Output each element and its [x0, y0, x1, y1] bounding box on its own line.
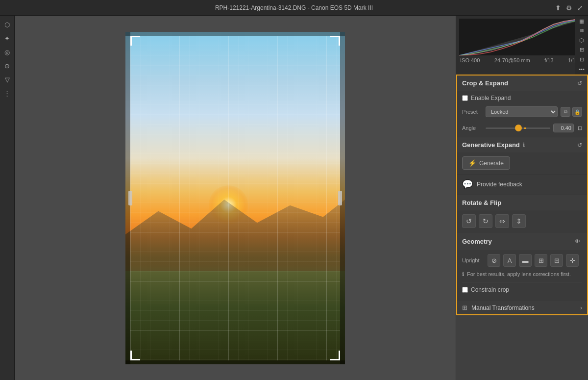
preset-label: Preset — [462, 109, 483, 115]
flip-horizontal-button[interactable]: ⇔ — [495, 214, 509, 228]
angle-slider[interactable] — [486, 127, 550, 129]
crop-grid — [130, 36, 340, 360]
canvas-area — [15, 16, 456, 380]
top-bar: RPH-121221-Argentina-3142.DNG - Canon EO… — [0, 0, 588, 16]
crop-expand-body: Enable Expand Preset Locked ⧉ 🔒 — [457, 91, 587, 137]
generative-expand-reset[interactable]: ↺ — [577, 142, 582, 149]
upright-guided-button[interactable]: ✛ — [566, 254, 579, 267]
crop-mask-top — [125, 32, 345, 36]
rotate-flip-body: ↺ ↻ ⇔ ⇕ — [457, 210, 587, 232]
geometry-eye-icon[interactable]: 👁 — [572, 236, 582, 246]
histogram-area: ISO 400 24-70@50 mm f/13 1/125s ▦ ≋ ⬡ ⊞ … — [456, 16, 588, 75]
histogram-canvas — [459, 19, 585, 55]
crop-overlay[interactable] — [125, 32, 345, 364]
camera-info: ISO 400 24-70@50 mm f/13 1/125s — [459, 55, 585, 63]
generative-expand-body: ⚡ Generate — [457, 152, 587, 175]
feedback-icon: 💬 — [462, 179, 473, 190]
rotate-cw-button[interactable]: ↻ — [479, 214, 492, 228]
angle-value-input[interactable] — [553, 124, 574, 132]
constrain-crop-label: Constrain crop — [471, 286, 509, 293]
left-toolbar: ⬡ ✦ ◎ ⊙ ▽ ⋮ — [0, 16, 15, 380]
angle-slider-container — [486, 123, 550, 133]
crop-expand-header[interactable]: Crop & Expand ↺ — [457, 76, 587, 91]
crop-corner-br[interactable] — [330, 351, 340, 360]
constrain-crop-checkbox[interactable] — [462, 287, 468, 293]
angle-reset-icon[interactable]: ⊡ — [578, 125, 582, 131]
top-bar-icons: ⬆ ⚙ ⤢ — [555, 4, 583, 12]
export-icon[interactable]: ⬆ — [555, 4, 561, 12]
manual-transformations-row[interactable]: ⊞ Manual Transformations › — [457, 301, 587, 314]
main-layout: ⬡ ✦ ◎ ⊙ ▽ ⋮ — [0, 16, 588, 380]
constrain-crop-row: Constrain crop — [462, 286, 582, 293]
aperture-value: f/13 — [544, 57, 553, 63]
manual-transform-icon: ⊞ — [462, 304, 467, 311]
preset-lock-icon[interactable]: 🔒 — [572, 107, 582, 117]
crop-expand-section: Crop & Expand ↺ Enable Expand Preset Loc… — [456, 75, 588, 315]
lens-hint-text: For best results, apply lens corrections… — [467, 271, 571, 278]
detail-icon[interactable]: ⊞ — [577, 47, 587, 54]
preset-copy-icon[interactable]: ⧉ — [561, 107, 570, 117]
histogram-svg — [459, 19, 585, 55]
crop-corner-bl[interactable] — [130, 351, 140, 360]
generate-button[interactable]: ⚡ Generate — [462, 156, 510, 170]
fullscreen-icon[interactable]: ⤢ — [577, 4, 583, 12]
right-panel: ISO 400 24-70@50 mm f/13 1/125s ▦ ≋ ⬡ ⊞ … — [456, 16, 588, 380]
manual-transform-chevron: › — [580, 304, 582, 311]
angle-label: Angle — [462, 125, 483, 131]
crop-mask-bottom — [125, 360, 345, 364]
masking-tool[interactable]: ⊙ — [1, 60, 13, 72]
histogram-icon[interactable]: ▦ — [577, 18, 587, 25]
crop-handle-right[interactable] — [338, 191, 342, 205]
lens-value: 24-70@50 mm — [494, 57, 530, 63]
crop-corner-tl[interactable] — [130, 36, 140, 46]
manual-transformations-left: ⊞ Manual Transformations — [462, 304, 535, 311]
generative-expand-title: Generative Expand — [462, 141, 520, 149]
upright-label: Upright — [462, 257, 485, 263]
upright-full-button[interactable]: ⊟ — [550, 254, 563, 267]
iso-value: ISO 400 — [460, 57, 480, 63]
lens-hint-icon: ℹ — [462, 271, 464, 278]
adjust-tool[interactable]: ⋮ — [1, 87, 13, 99]
panel-content: Crop & Expand ↺ Enable Expand Preset Loc… — [456, 75, 588, 380]
rotate-ccw-button[interactable]: ↺ — [462, 214, 476, 228]
generate-button-label: Generate — [479, 160, 504, 167]
healing-tool[interactable]: ✦ — [1, 32, 13, 44]
grid-svg — [130, 36, 340, 360]
crop-handle-left[interactable] — [128, 191, 132, 205]
settings-icon[interactable]: ⚙ — [566, 4, 572, 12]
color-icon[interactable]: ⬡ — [577, 37, 587, 44]
more-icon[interactable]: ••• — [577, 66, 587, 73]
generate-button-icon: ⚡ — [468, 159, 476, 167]
crop-corner-tr[interactable] — [330, 36, 340, 46]
feedback-section: 💬 Provide feedback — [457, 175, 587, 195]
upright-level-button[interactable]: ▬ — [519, 254, 532, 267]
enable-expand-label: Enable Expand — [471, 95, 511, 101]
preset-select[interactable]: Locked — [486, 106, 558, 117]
rotate-flip-header[interactable]: Rotate & Flip — [457, 195, 587, 210]
generative-expand-header[interactable]: Generative Expand ℹ ↺ — [457, 137, 587, 152]
flip-vertical-button[interactable]: ⇕ — [512, 214, 526, 228]
upright-vertical-button[interactable]: ⊞ — [535, 254, 547, 267]
geometry-header[interactable]: Geometry 👁 — [457, 232, 587, 250]
window-title: RPH-121221-Argentina-3142.DNG - Canon EO… — [215, 4, 373, 11]
lens-hint: ℹ For best results, apply lens correctio… — [462, 271, 582, 282]
transform-icon[interactable]: ⊡ — [577, 56, 587, 63]
generative-expand-info-icon[interactable]: ℹ — [523, 142, 525, 148]
enable-expand-row: Enable Expand — [462, 95, 582, 101]
enable-expand-checkbox[interactable] — [462, 95, 468, 101]
feedback-link[interactable]: Provide feedback — [477, 181, 522, 188]
image-container — [125, 32, 345, 364]
upright-auto-button[interactable]: A — [503, 254, 516, 267]
crop-tool[interactable]: ⬡ — [1, 19, 13, 30]
filter-tool[interactable]: ▽ — [1, 74, 13, 85]
upright-row: Upright ⊘ A ▬ ⊞ ⊟ ✛ — [462, 254, 582, 267]
rotate-flip-title: Rotate & Flip — [462, 199, 501, 206]
red-eye-tool[interactable]: ◎ — [1, 46, 13, 58]
curves-icon[interactable]: ≋ — [577, 27, 587, 35]
geometry-body: Upright ⊘ A ▬ ⊞ ⊟ ✛ ℹ For best results, … — [457, 250, 587, 301]
crop-expand-reset[interactable]: ↺ — [577, 80, 582, 87]
angle-row: Angle ⊡ — [462, 123, 582, 133]
upright-off-button[interactable]: ⊘ — [488, 254, 500, 267]
geometry-title: Geometry — [462, 238, 492, 245]
panel-icon-strip: ▦ ≋ ⬡ ⊞ ⊡ ••• — [575, 16, 588, 75]
